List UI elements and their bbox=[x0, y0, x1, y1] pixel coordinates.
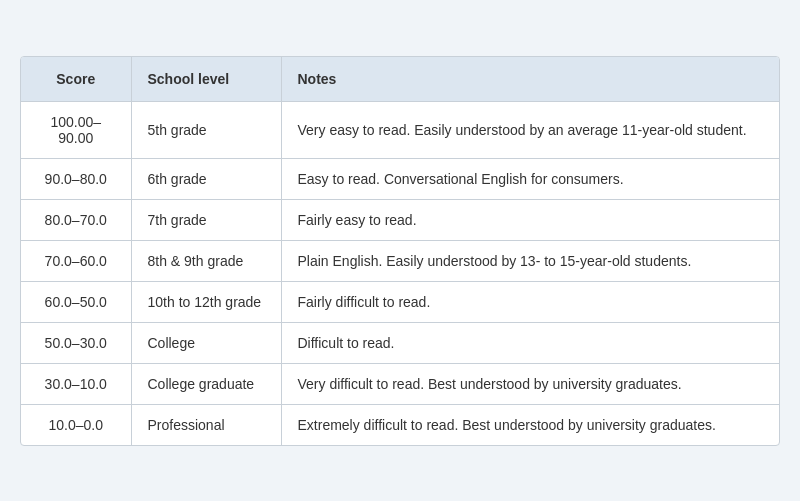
cell-score: 80.0–70.0 bbox=[21, 199, 131, 240]
header-notes: Notes bbox=[281, 57, 779, 102]
table-row: 80.0–70.07th gradeFairly easy to read. bbox=[21, 199, 779, 240]
table-row: 70.0–60.08th & 9th gradePlain English. E… bbox=[21, 240, 779, 281]
cell-score: 90.0–80.0 bbox=[21, 158, 131, 199]
table-row: 90.0–80.06th gradeEasy to read. Conversa… bbox=[21, 158, 779, 199]
cell-score: 50.0–30.0 bbox=[21, 322, 131, 363]
cell-level: 5th grade bbox=[131, 101, 281, 158]
cell-level: College graduate bbox=[131, 363, 281, 404]
cell-score: 30.0–10.0 bbox=[21, 363, 131, 404]
cell-level: College bbox=[131, 322, 281, 363]
table-row: 30.0–10.0College graduateVery difficult … bbox=[21, 363, 779, 404]
cell-notes: Extremely difficult to read. Best unders… bbox=[281, 404, 779, 445]
cell-score: 60.0–50.0 bbox=[21, 281, 131, 322]
cell-level: Professional bbox=[131, 404, 281, 445]
cell-level: 6th grade bbox=[131, 158, 281, 199]
header-score: Score bbox=[21, 57, 131, 102]
readability-table: Score School level Notes 100.00–90.005th… bbox=[20, 56, 780, 446]
cell-level: 10th to 12th grade bbox=[131, 281, 281, 322]
cell-notes: Plain English. Easily understood by 13- … bbox=[281, 240, 779, 281]
cell-level: 7th grade bbox=[131, 199, 281, 240]
cell-score: 10.0–0.0 bbox=[21, 404, 131, 445]
cell-level: 8th & 9th grade bbox=[131, 240, 281, 281]
cell-score: 100.00–90.00 bbox=[21, 101, 131, 158]
cell-notes: Fairly easy to read. bbox=[281, 199, 779, 240]
table-row: 50.0–30.0CollegeDifficult to read. bbox=[21, 322, 779, 363]
table-row: 60.0–50.010th to 12th gradeFairly diffic… bbox=[21, 281, 779, 322]
table-header-row: Score School level Notes bbox=[21, 57, 779, 102]
cell-score: 70.0–60.0 bbox=[21, 240, 131, 281]
table-row: 100.00–90.005th gradeVery easy to read. … bbox=[21, 101, 779, 158]
table-row: 10.0–0.0ProfessionalExtremely difficult … bbox=[21, 404, 779, 445]
cell-notes: Fairly difficult to read. bbox=[281, 281, 779, 322]
cell-notes: Difficult to read. bbox=[281, 322, 779, 363]
cell-notes: Easy to read. Conversational English for… bbox=[281, 158, 779, 199]
cell-notes: Very difficult to read. Best understood … bbox=[281, 363, 779, 404]
header-level: School level bbox=[131, 57, 281, 102]
cell-notes: Very easy to read. Easily understood by … bbox=[281, 101, 779, 158]
